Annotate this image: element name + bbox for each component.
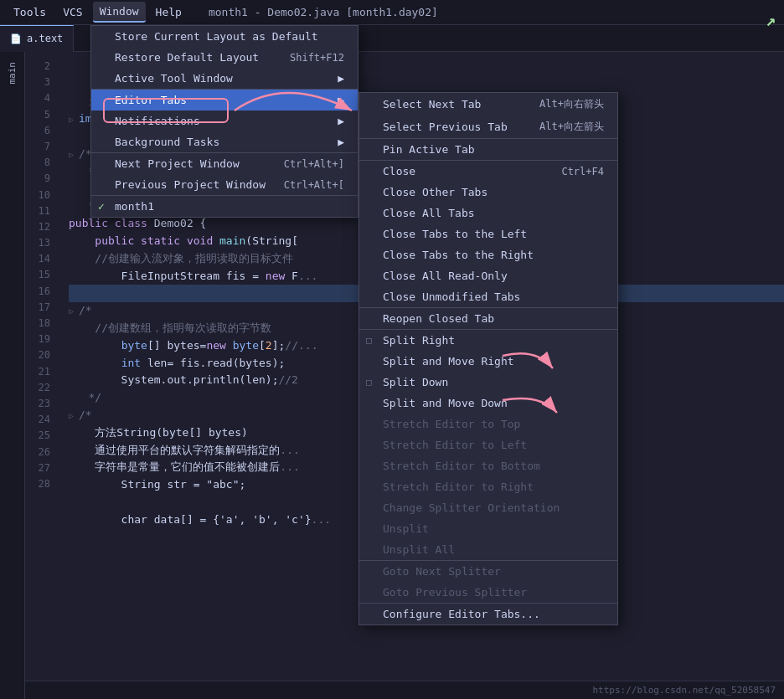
statusbar-url: https://blog.csdn.net/qq_52058547 — [592, 685, 776, 696]
vcs-menu-item[interactable]: VCS — [56, 3, 89, 22]
pin-active-tab-item[interactable]: Pin Active Tab — [359, 139, 617, 161]
reopen-closed-tab-item[interactable]: Reopen Closed Tab — [359, 308, 617, 330]
stretch-top-item[interactable]: Stretch Editor to Top — [359, 414, 617, 434]
stretch-bottom-item[interactable]: Stretch Editor to Bottom — [359, 455, 617, 476]
statusbar: https://blog.csdn.net/qq_52058547 — [25, 681, 784, 699]
close-unmodified-tabs-item[interactable]: Close Unmodified Tabs — [359, 286, 617, 308]
background-tasks-item[interactable]: Background Tasks ▶ — [91, 131, 358, 153]
close-tabs-left-item[interactable]: Close Tabs to the Left — [359, 224, 617, 244]
unsplit-all-item[interactable]: Unsplit All — [359, 539, 617, 561]
window-title: month1 - Demo02.java [month1.day02] — [209, 6, 438, 18]
window-dropdown-menu[interactable]: Store Current Layout as Default Restore … — [90, 25, 358, 218]
close-all-tabs-item[interactable]: Close All Tabs — [359, 203, 617, 224]
sidebar-label: main — [7, 62, 18, 85]
window-menu-item[interactable]: Window — [93, 2, 146, 23]
goto-prev-splitter-item[interactable]: Goto Previous Splitter — [359, 582, 617, 604]
sidebar: main — [0, 52, 25, 699]
split-move-right-item[interactable]: Split and Move Right — [359, 351, 617, 372]
store-layout-item[interactable]: Store Current Layout as Default — [91, 26, 358, 47]
notifications-item[interactable]: Notifications ▶ — [91, 111, 358, 131]
active-tool-window-item[interactable]: Active Tool Window ▶ — [91, 68, 358, 90]
split-right-item[interactable]: □ Split Right — [359, 330, 617, 351]
close-tabs-right-item[interactable]: Close Tabs to the Right — [359, 244, 617, 265]
a-text-tab[interactable]: 📄 a.text — [0, 25, 74, 52]
tab-label: a.text — [27, 33, 63, 44]
stretch-right-item[interactable]: Stretch Editor to Right — [359, 476, 617, 497]
unsplit-item[interactable]: Unsplit — [359, 518, 617, 539]
close-all-read-only-item[interactable]: Close All Read-Only — [359, 265, 617, 286]
menubar: Tools VCS Window Help month1 - Demo02.ja… — [0, 0, 784, 25]
editor-tabs-submenu[interactable]: Select Next Tab Alt+向右箭头 Select Previous… — [358, 92, 618, 625]
help-menu-item[interactable]: Help — [149, 3, 188, 22]
close-other-tabs-item[interactable]: Close Other Tabs — [359, 182, 617, 203]
change-splitter-item[interactable]: Change Splitter Orientation — [359, 497, 617, 518]
split-right-icon: □ — [366, 335, 372, 346]
close-tab-item[interactable]: Close Ctrl+F4 — [359, 161, 617, 182]
prev-project-window-item[interactable]: Previous Project Window Ctrl+Alt+[ — [91, 174, 358, 196]
editor-tabs-item[interactable]: Editor Tabs ▶ — [91, 90, 358, 111]
split-down-icon: □ — [366, 377, 372, 388]
line-numbers: 23456 7891011 1213141516 1718192021 2223… — [25, 52, 59, 699]
goto-next-splitter-item[interactable]: Goto Next Splitter — [359, 561, 617, 582]
split-down-item[interactable]: □ Split Down — [359, 372, 617, 393]
tools-menu-item[interactable]: Tools — [7, 3, 53, 22]
tab-file-icon: 📄 — [10, 33, 22, 44]
month1-item[interactable]: ✓ month1 — [91, 196, 358, 217]
stretch-left-item[interactable]: Stretch Editor to Left — [359, 434, 617, 455]
next-project-window-item[interactable]: Next Project Window Ctrl+Alt+] — [91, 153, 358, 174]
restore-layout-item[interactable]: Restore Default Layout Shift+F12 — [91, 47, 358, 68]
select-next-tab-item[interactable]: Select Next Tab Alt+向右箭头 — [359, 93, 617, 116]
select-prev-tab-item[interactable]: Select Previous Tab Alt+向左箭头 — [359, 116, 617, 139]
configure-editor-tabs-item[interactable]: Configure Editor Tabs... — [359, 604, 617, 624]
split-move-down-item[interactable]: Split and Move Down — [359, 393, 617, 414]
